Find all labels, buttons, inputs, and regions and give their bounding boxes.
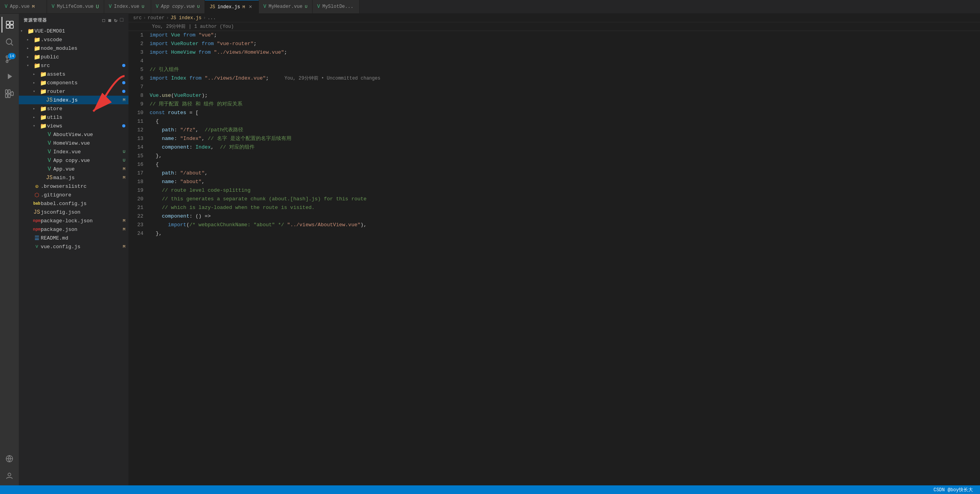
new-file-button[interactable]: ◻: [102, 17, 105, 24]
item-label: store: [47, 106, 128, 112]
tab-close-button[interactable]: ×: [248, 4, 254, 10]
code-line-4: 4: [128, 57, 980, 65]
item-label: README.md: [41, 235, 128, 241]
line-number: 8: [128, 91, 148, 100]
sidebar-item-public[interactable]: ▸ 📁 public: [19, 53, 128, 61]
line-number: 17: [128, 169, 148, 178]
sidebar-item-views[interactable]: ▾ 📁 views: [19, 122, 128, 130]
code-editor[interactable]: 1 import Vue from "vue"; 2 import VueRou…: [128, 31, 980, 485]
breadcrumb-sep: ›: [203, 15, 206, 21]
source-control-badge: 14: [8, 53, 16, 59]
tab-label: index.js: [217, 4, 240, 10]
activity-remote[interactable]: [2, 451, 17, 467]
code-line-1: 1 import Vue from "vue";: [128, 31, 980, 40]
svg-rect-14: [8, 90, 10, 93]
sidebar-item-utils[interactable]: ▸ 📁 utils: [19, 113, 128, 122]
tab-app-vue[interactable]: V App.vue M: [0, 0, 47, 13]
svg-marker-10: [8, 74, 12, 79]
sidebar-item-gitignore[interactable]: ▸ ⬡ .gitignore: [19, 191, 128, 199]
activity-source-control[interactable]: 14: [2, 51, 17, 67]
activity-accounts[interactable]: [2, 468, 17, 484]
line-number: 23: [128, 221, 148, 229]
vue-icon: V: [45, 166, 53, 172]
item-label: index.js: [53, 97, 123, 103]
activity-extensions[interactable]: [2, 86, 17, 102]
inline-blame: You, 29分钟前 • Uncommitted changes: [284, 76, 380, 81]
tab-myheader-vue[interactable]: V MyHeader.vue U: [259, 0, 313, 13]
sidebar-item-components[interactable]: ▸ 📁 components: [19, 78, 128, 87]
breadcrumb-src[interactable]: src: [133, 15, 142, 21]
tab-index-vue[interactable]: V Index.vue U: [104, 0, 151, 13]
refresh-button[interactable]: ↻: [114, 17, 118, 24]
sidebar-item-router[interactable]: ▾ 📁 router: [19, 87, 128, 96]
line-content: {: [148, 117, 980, 126]
folder-icon: 📁: [39, 114, 47, 121]
code-line-16: 16 {: [128, 160, 980, 169]
breadcrumb-more[interactable]: ...: [208, 15, 216, 21]
sidebar-item-store[interactable]: ▸ 📁 store: [19, 104, 128, 113]
sidebar-item-index-js[interactable]: ▸ JS index.js M: [19, 96, 128, 104]
line-content: name: "about",: [148, 178, 980, 186]
code-line-22: 22 component: () =>: [128, 212, 980, 221]
item-label: App.vue: [53, 166, 123, 172]
code-line-9: 9 // 用于配置 路径 和 组件 的对应关系: [128, 100, 980, 109]
code-line-12: 12 path: "/fz", //path代表路径: [128, 126, 980, 134]
tab-index-js[interactable]: JS index.js M ×: [205, 0, 259, 13]
tab-mylifecom-vue[interactable]: V MyLifeCom.vue U: [47, 0, 104, 13]
sidebar-item-packagelock[interactable]: ▸ npm package-lock.json M: [19, 216, 128, 225]
sidebar-item-vueconfig[interactable]: ▸ V vue.config.js M: [19, 242, 128, 251]
sidebar-item-indexview[interactable]: ▸ V Index.vue U: [19, 147, 128, 156]
line-number: 21: [128, 203, 148, 212]
git-blame-text: You, 29分钟前 | 1 author (You): [152, 23, 234, 30]
sidebar-item-jsconfig[interactable]: ▸ JS jsconfig.json: [19, 208, 128, 216]
line-content: },: [148, 152, 980, 160]
sidebar-item-assets[interactable]: ▸ 📁 assets: [19, 70, 128, 78]
folder-icon: 📁: [33, 54, 41, 60]
line-number: 11: [128, 117, 148, 126]
js-icon: JS: [45, 174, 53, 181]
sidebar-item-appcopy[interactable]: ▸ V App copy.vue U: [19, 156, 128, 165]
modified-dot: [122, 90, 125, 93]
line-number: 22: [128, 212, 148, 221]
folder-icon: 📁: [39, 80, 47, 86]
sidebar-item-root[interactable]: ▾ 📁 VUE-DEMO01: [19, 27, 128, 35]
sidebar-item-readme[interactable]: ▸ ☰ README.md: [19, 234, 128, 242]
tab-badge: M: [32, 4, 35, 9]
vue-icon: V: [45, 140, 53, 146]
arrow-icon: ▸: [27, 54, 33, 59]
sidebar-item-aboutview[interactable]: ▸ V AboutView.vue: [19, 130, 128, 139]
sidebar-item-src[interactable]: ▾ 📁 src: [19, 61, 128, 70]
item-label: .vscode: [41, 37, 128, 43]
activity-search[interactable]: [2, 34, 17, 50]
line-number: 15: [128, 152, 148, 160]
breadcrumb-router[interactable]: router: [148, 15, 165, 21]
sidebar-item-homeview[interactable]: ▸ V HomeView.vue: [19, 139, 128, 147]
tab-label: Index.vue: [114, 4, 139, 9]
line-content: // 用于配置 路径 和 组件 的对应关系: [148, 100, 980, 109]
code-line-2: 2 import VueRouter from "vue-router";: [128, 40, 980, 48]
activity-explorer[interactable]: [2, 17, 17, 33]
folder-icon: 📁: [27, 28, 34, 35]
babel-icon: bab: [33, 202, 41, 206]
sidebar-item-packagejson[interactable]: ▸ npm package.json M: [19, 225, 128, 234]
new-folder-button[interactable]: ◼: [108, 17, 112, 24]
tab-myslotde-vue[interactable]: V MySlotDe...: [313, 0, 360, 13]
breadcrumb-indexjs[interactable]: JS index.js: [170, 15, 201, 21]
sidebar-item-browserslist[interactable]: ▸ ⊙ .browserslistrc: [19, 182, 128, 191]
sidebar-item-vscode[interactable]: ▸ 📁 .vscode: [19, 35, 128, 44]
tab-label: MySlotDe...: [322, 4, 353, 9]
code-line-18: 18 name: "about",: [128, 178, 980, 186]
activity-run[interactable]: [2, 69, 17, 84]
collapse-button[interactable]: □: [120, 17, 124, 24]
line-content: import Vue from "vue";: [148, 31, 980, 40]
sidebar-item-babelconfig[interactable]: ▸ bab babel.config.js: [19, 199, 128, 208]
sidebar-item-appvue[interactable]: ▸ V App.vue M: [19, 165, 128, 173]
tab-label: App copy.vue: [161, 4, 195, 9]
vue-icon: V: [317, 4, 320, 9]
line-content: name: "Index", // 名字 是这个配置的名字后续有用: [148, 134, 980, 143]
config-icon: ⊙: [33, 183, 41, 190]
code-line-23: 23 import(/* webpackChunkName: "about" *…: [128, 221, 980, 229]
tab-appcopy-vue[interactable]: V App copy.vue U: [151, 0, 205, 13]
sidebar-item-node-modules[interactable]: ▸ 📁 node_modules: [19, 44, 128, 53]
sidebar-item-mainjs[interactable]: ▸ JS main.js M: [19, 173, 128, 182]
